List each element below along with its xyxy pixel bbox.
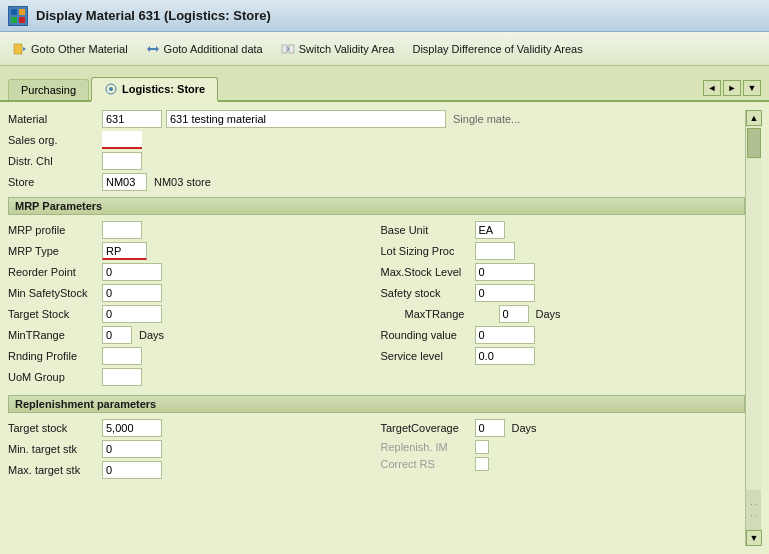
material-desc-input[interactable] xyxy=(166,110,446,128)
uom-group-input[interactable] xyxy=(102,368,142,386)
svg-rect-8 xyxy=(289,45,294,53)
content-area: Material Single mate... Sales org. Distr… xyxy=(8,110,745,546)
display-difference-label: Display Difference of Validity Areas xyxy=(412,43,582,55)
target-stock-mrp-row: Target Stock xyxy=(8,305,373,323)
base-unit-input[interactable] xyxy=(475,221,505,239)
scroll-track[interactable] xyxy=(746,126,761,490)
svg-rect-0 xyxy=(11,9,17,15)
svg-marker-5 xyxy=(23,47,26,51)
service-level-input[interactable] xyxy=(475,347,535,365)
tab-purchasing-label: Purchasing xyxy=(21,84,76,96)
rnding-profile-row: Rnding Profile xyxy=(8,347,373,365)
app-icon xyxy=(8,6,28,26)
min-trange-label: MinTRange xyxy=(8,329,98,341)
max-target-stk-label: Max. target stk xyxy=(8,464,98,476)
rnding-profile-input[interactable] xyxy=(102,347,142,365)
safety-stock-input[interactable] xyxy=(475,284,535,302)
reorder-point-input[interactable] xyxy=(102,263,162,281)
tab-logistics-icon xyxy=(104,82,118,96)
min-trange-row: MinTRange Days xyxy=(8,326,373,344)
goto-additional-data-button[interactable]: Goto Additional data xyxy=(139,39,270,59)
scroll-thumb[interactable] xyxy=(747,128,761,158)
target-stock-repl-input[interactable] xyxy=(102,419,162,437)
target-coverage-row: TargetCoverage Days xyxy=(381,419,746,437)
tab-nav-left[interactable]: ◄ xyxy=(703,80,721,96)
safety-stock-row: Safety stock xyxy=(381,284,746,302)
svg-rect-7 xyxy=(282,45,287,53)
min-safety-input[interactable] xyxy=(102,284,162,302)
tab-logistics-store-label: Logistics: Store xyxy=(122,83,205,95)
max-stock-input[interactable] xyxy=(475,263,535,281)
window-title: Display Material 631 (Logistics: Store) xyxy=(36,8,271,23)
base-unit-row: Base Unit xyxy=(381,221,746,239)
scrollbar: ▲ ▼ xyxy=(745,110,761,546)
switch-validity-area-button[interactable]: Switch Validity Area xyxy=(274,39,402,59)
mrp-type-input[interactable] xyxy=(102,242,147,260)
target-coverage-input[interactable] xyxy=(475,419,505,437)
correct-rs-checkbox[interactable] xyxy=(475,457,489,471)
replenishment-section: Replenishment parameters Target stock Mi… xyxy=(8,395,745,482)
min-target-stk-label: Min. target stk xyxy=(8,443,98,455)
store-input[interactable] xyxy=(102,173,147,191)
rounding-value-input[interactable] xyxy=(475,326,535,344)
max-target-stk-input[interactable] xyxy=(102,461,162,479)
distr-chl-label: Distr. Chl xyxy=(8,155,98,167)
tab-purchasing[interactable]: Purchasing xyxy=(8,79,89,100)
mrp-profile-label: MRP profile xyxy=(8,224,98,236)
min-target-stk-input[interactable] xyxy=(102,440,162,458)
mrp-type-label: MRP Type xyxy=(8,245,98,257)
svg-rect-3 xyxy=(19,17,25,23)
reorder-point-label: Reorder Point xyxy=(8,266,98,278)
scroll-dots-row1 xyxy=(750,500,756,509)
material-input[interactable] xyxy=(102,110,162,128)
mrp-type-row: MRP Type xyxy=(8,242,373,260)
tab-nav-right[interactable]: ► xyxy=(723,80,741,96)
switch-validity-area-label: Switch Validity Area xyxy=(299,43,395,55)
base-unit-label: Base Unit xyxy=(381,224,471,236)
rounding-value-row: Rounding value xyxy=(381,326,746,344)
safety-stock-label: Safety stock xyxy=(381,287,471,299)
sales-org-input[interactable] xyxy=(102,131,142,149)
sales-org-row: Sales org. xyxy=(8,131,745,149)
store-label: Store xyxy=(8,176,98,188)
mrp-fields-grid: MRP profile MRP Type Reorder Point Min S… xyxy=(8,221,745,389)
tab-nav-menu[interactable]: ▼ xyxy=(743,80,761,96)
svg-point-10 xyxy=(109,87,113,91)
rounding-value-label: Rounding value xyxy=(381,329,471,341)
goto-other-material-label: Goto Other Material xyxy=(31,43,128,55)
max-trange-row: MaxTRange Days xyxy=(381,305,746,323)
scroll-up-button[interactable]: ▲ xyxy=(746,110,762,126)
mrp-profile-input[interactable] xyxy=(102,221,142,239)
goto-other-material-button[interactable]: Goto Other Material xyxy=(6,39,135,59)
sales-org-label: Sales org. xyxy=(8,134,98,146)
tab-logistics-store[interactable]: Logistics: Store xyxy=(91,77,218,102)
display-difference-button[interactable]: Display Difference of Validity Areas xyxy=(405,40,589,58)
min-trange-days: Days xyxy=(136,328,167,342)
max-trange-input[interactable] xyxy=(499,305,529,323)
replenishment-fields-grid: Target stock Min. target stk Max. target… xyxy=(8,419,745,482)
header-section: Material Single mate... Sales org. Distr… xyxy=(8,110,745,191)
svg-rect-1 xyxy=(19,9,25,15)
min-safety-label: Min SafetyStock xyxy=(8,287,98,299)
menu-bar: Goto Other Material Goto Additional data… xyxy=(0,32,769,66)
goto-additional-data-label: Goto Additional data xyxy=(164,43,263,55)
target-stock-mrp-input[interactable] xyxy=(102,305,162,323)
title-bar: Display Material 631 (Logistics: Store) xyxy=(0,0,769,32)
lot-sizing-input[interactable] xyxy=(475,242,515,260)
target-coverage-days: Days xyxy=(509,421,540,435)
replenishment-section-header: Replenishment parameters xyxy=(8,395,745,413)
main-content: Material Single mate... Sales org. Distr… xyxy=(0,102,769,554)
reorder-point-row: Reorder Point xyxy=(8,263,373,281)
max-trange-days: Days xyxy=(533,307,564,321)
scroll-down-button[interactable]: ▼ xyxy=(746,530,762,546)
distr-chl-input[interactable] xyxy=(102,152,142,170)
target-stock-repl-label: Target stock xyxy=(8,422,98,434)
single-mate-label: Single mate... xyxy=(450,112,523,126)
replenish-im-label: Replenish. IM xyxy=(381,441,471,453)
store-row: Store NM03 store xyxy=(8,173,745,191)
tab-bar: Purchasing Logistics: Store ◄ ► ▼ xyxy=(0,66,769,102)
replenish-im-checkbox[interactable] xyxy=(475,440,489,454)
service-level-row: Service level xyxy=(381,347,746,365)
min-trange-input[interactable] xyxy=(102,326,132,344)
svg-rect-4 xyxy=(14,44,22,54)
